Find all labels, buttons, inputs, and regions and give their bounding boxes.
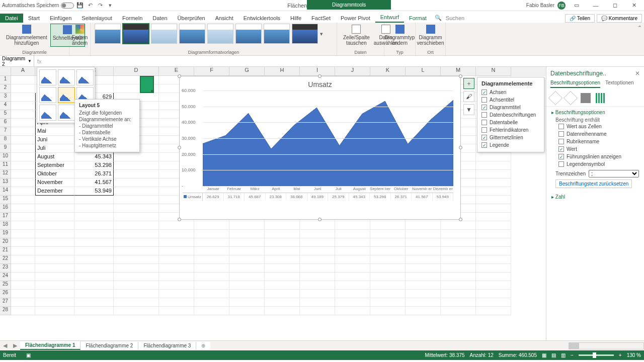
cell[interactable]: [441, 221, 476, 230]
cell[interactable]: [476, 221, 511, 230]
cell[interactable]: [335, 273, 370, 281]
cell[interactable]: [74, 238, 114, 247]
layout-1[interactable]: [39, 69, 56, 85]
cell[interactable]: [229, 281, 265, 290]
chart-style-7[interactable]: [264, 24, 290, 44]
cell[interactable]: [11, 102, 35, 110]
row-header[interactable]: 19: [0, 230, 11, 238]
col-header-F[interactable]: F: [194, 67, 229, 76]
cell[interactable]: [35, 247, 74, 255]
layout-7[interactable]: [39, 105, 56, 121]
sheet-tab-3[interactable]: Flächendiagramme 3: [138, 342, 196, 349]
close-icon[interactable]: ✕: [626, 1, 642, 11]
cell[interactable]: [265, 230, 300, 238]
row-header[interactable]: 18: [0, 221, 11, 230]
label-options-icon[interactable]: [596, 93, 606, 103]
cell[interactable]: [406, 273, 441, 281]
col-header-A[interactable]: A: [11, 67, 35, 76]
cell[interactable]: [441, 281, 476, 290]
cell[interactable]: [370, 264, 406, 273]
cell[interactable]: [35, 238, 74, 247]
cell[interactable]: [11, 290, 35, 298]
cell[interactable]: [11, 144, 35, 153]
chart-style-4[interactable]: [179, 24, 205, 44]
row-header[interactable]: 11: [0, 161, 11, 170]
label-option-check[interactable]: Rubrikenname: [558, 138, 639, 145]
chart-element-option[interactable]: Achsentitel: [481, 96, 540, 104]
cell[interactable]: [370, 230, 406, 238]
save-icon[interactable]: 💾: [76, 2, 84, 10]
plot-area[interactable]: -10.00020.00030.00040.00050.00060.000: [203, 90, 453, 186]
cell[interactable]: [229, 247, 265, 255]
cell[interactable]: [476, 273, 511, 281]
cell[interactable]: [74, 247, 114, 255]
cell[interactable]: [194, 238, 229, 247]
col-header-G[interactable]: G: [229, 67, 265, 76]
cell[interactable]: [335, 247, 370, 255]
cell[interactable]: 26.371: [74, 170, 114, 178]
col-header-E[interactable]: E: [159, 67, 194, 76]
chart-element-option[interactable]: Datenbeschriftungen: [481, 111, 540, 119]
cell[interactable]: [300, 290, 335, 298]
reset-label-text-button[interactable]: Beschriftungstext zurücksetzen: [555, 179, 632, 188]
cell[interactable]: [265, 290, 300, 298]
label-option-check[interactable]: Legendensymbol: [558, 160, 639, 168]
cell[interactable]: [114, 178, 159, 187]
cell[interactable]: [370, 298, 406, 307]
cell[interactable]: Dezember: [35, 187, 74, 196]
minimize-icon[interactable]: —: [588, 1, 604, 11]
close-pane-icon[interactable]: ✕: [635, 70, 640, 77]
cell[interactable]: [114, 161, 159, 170]
tab-developer[interactable]: Entwicklertools: [238, 14, 285, 23]
cell[interactable]: [370, 290, 406, 298]
change-chart-type-button[interactable]: Diagrammtyp ändern: [388, 24, 411, 47]
cell[interactable]: [194, 290, 229, 298]
tab-help[interactable]: Hilfe: [285, 14, 306, 23]
cell[interactable]: [35, 196, 74, 204]
cell[interactable]: Juni: [35, 136, 74, 144]
cell[interactable]: [441, 298, 476, 307]
cell[interactable]: [35, 255, 74, 264]
cell[interactable]: [74, 213, 114, 221]
cell[interactable]: [159, 307, 194, 315]
cell[interactable]: [335, 290, 370, 298]
layout-2[interactable]: [58, 69, 75, 85]
cell[interactable]: [335, 238, 370, 247]
cell[interactable]: [159, 273, 194, 281]
autosave-toggle[interactable]: Automatisches Speichern: [2, 3, 74, 9]
cell[interactable]: [74, 204, 114, 213]
cell[interactable]: [114, 204, 159, 213]
cell[interactable]: [159, 247, 194, 255]
cell[interactable]: [476, 230, 511, 238]
cell[interactable]: [114, 290, 159, 298]
cell[interactable]: [11, 204, 35, 213]
fill-line-icon[interactable]: [548, 91, 562, 105]
cell[interactable]: [11, 255, 35, 264]
cell[interactable]: [441, 238, 476, 247]
cell[interactable]: Mai: [35, 127, 74, 136]
cell[interactable]: [11, 153, 35, 161]
cell[interactable]: [11, 221, 35, 230]
cell[interactable]: [265, 238, 300, 247]
sheet-tab-2[interactable]: Flächendiagramme 2: [80, 342, 138, 349]
undo-icon[interactable]: ↶: [86, 2, 94, 10]
sheet-tab-1[interactable]: Flächendiagramme 1: [20, 341, 80, 350]
cell[interactable]: [335, 255, 370, 264]
cell[interactable]: [265, 298, 300, 307]
cell[interactable]: [35, 264, 74, 273]
view-pagelayout-icon[interactable]: ▤: [551, 352, 556, 358]
cell[interactable]: [441, 307, 476, 315]
row-header[interactable]: 9: [0, 144, 11, 153]
cell[interactable]: [74, 255, 114, 264]
cell[interactable]: [35, 213, 74, 221]
cell[interactable]: 41.567: [74, 178, 114, 187]
cell[interactable]: [476, 153, 511, 161]
cell[interactable]: [476, 161, 511, 170]
cell[interactable]: [441, 264, 476, 273]
cell[interactable]: [74, 273, 114, 281]
row-header[interactable]: 27: [0, 298, 11, 307]
chart-element-option[interactable]: Achsen: [481, 88, 540, 96]
cell[interactable]: [406, 247, 441, 255]
cell[interactable]: [35, 204, 74, 213]
cell[interactable]: [194, 281, 229, 290]
